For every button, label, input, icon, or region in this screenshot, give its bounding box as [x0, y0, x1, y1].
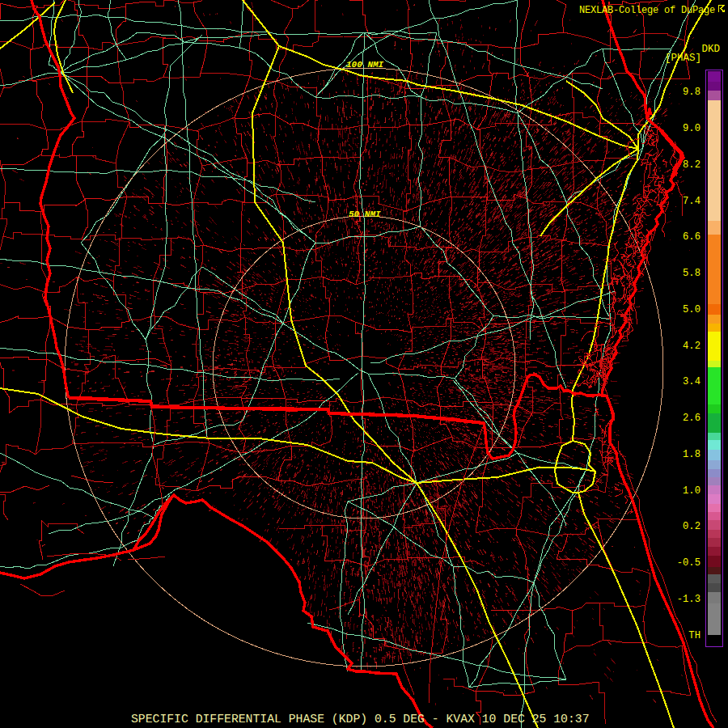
svg-text:DKD: DKD — [701, 44, 720, 55]
svg-text:100 NMI: 100 NMI — [346, 60, 384, 70]
svg-text:-0.5: -0.5 — [677, 557, 700, 569]
svg-text:1.8: 1.8 — [683, 449, 700, 460]
svg-text:TH: TH — [688, 630, 700, 641]
svg-text:3.4: 3.4 — [683, 376, 700, 387]
svg-text:2.6: 2.6 — [683, 413, 700, 424]
svg-text:[PHAS]: [PHAS] — [665, 53, 701, 64]
svg-text:0.2: 0.2 — [683, 521, 700, 532]
svg-text:-1.3: -1.3 — [677, 594, 700, 605]
svg-text:9.0: 9.0 — [683, 123, 700, 134]
svg-text:4.2: 4.2 — [683, 341, 700, 352]
svg-text:NEXLAB-College of DuPage: NEXLAB-College of DuPage — [579, 5, 715, 16]
svg-text:6.6: 6.6 — [683, 231, 700, 243]
svg-text:9.8: 9.8 — [683, 87, 700, 98]
svg-text:50 NMI: 50 NMI — [349, 210, 381, 219]
svg-text:8.2: 8.2 — [683, 159, 700, 171]
svg-text:7.4: 7.4 — [683, 196, 700, 207]
svg-text:1.0: 1.0 — [683, 485, 700, 497]
svg-text:5.0: 5.0 — [683, 304, 700, 315]
svg-text:SPECIFIC DIFFERENTIAL PHASE (K: SPECIFIC DIFFERENTIAL PHASE (KDP) 0.5 DE… — [131, 713, 590, 726]
svg-text:5.8: 5.8 — [683, 268, 700, 279]
